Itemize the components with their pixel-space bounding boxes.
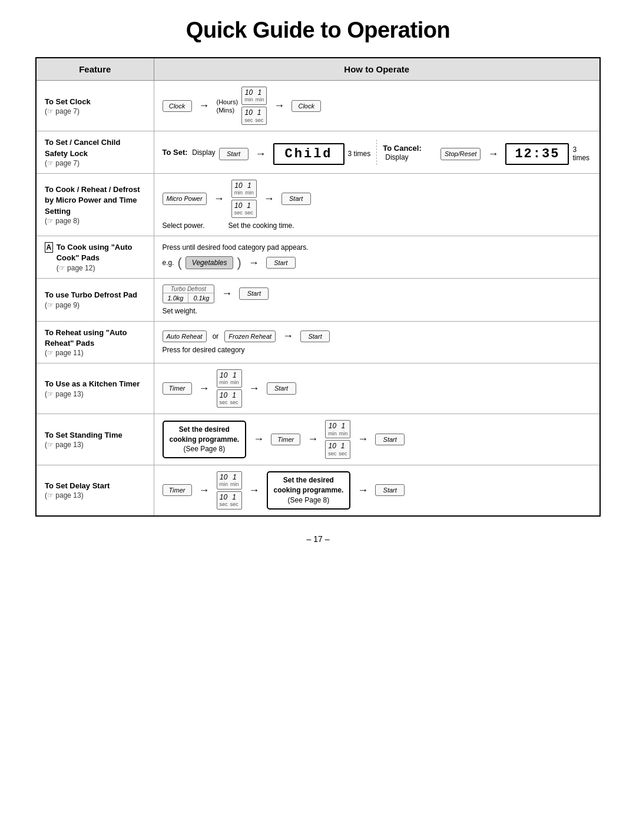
start-btn: Start bbox=[266, 257, 296, 269]
feature-title-delay: To Set Delay Start bbox=[45, 481, 145, 491]
page-footer: – 17 – bbox=[35, 534, 601, 544]
select-power-label: Select power. bbox=[163, 221, 205, 230]
table-row: To use Turbo Defrost Pad (☞ page 9) Turb… bbox=[36, 278, 600, 321]
btn-01kg: 0.1kg bbox=[188, 293, 214, 303]
stop-reset-btn: Stop/Reset bbox=[440, 148, 481, 160]
standing-box: Set the desired cooking programme. (See … bbox=[163, 421, 247, 458]
table-row: To Reheat using "Auto Reheat" Pads (☞ pa… bbox=[36, 321, 600, 363]
hours-label: (Hours) bbox=[217, 98, 238, 105]
auto-cook-icon: A bbox=[45, 242, 53, 253]
table-row: To Set Clock (☞ page 7) Clock → (Hours) … bbox=[36, 81, 600, 131]
veg-btn: Vegetables bbox=[186, 256, 234, 269]
num-10-sec-label: sec bbox=[244, 117, 253, 124]
set-time-label: Set the cooking time. bbox=[228, 221, 294, 230]
arrow-icon: → bbox=[307, 433, 318, 445]
arrow-icon: → bbox=[283, 330, 293, 342]
feature-page-cook: (☞ page 8) bbox=[45, 217, 145, 225]
arrow-icon: → bbox=[199, 382, 210, 395]
timer-btn-delay: Timer bbox=[163, 484, 192, 496]
arrow-icon: → bbox=[253, 433, 264, 445]
arrow-icon: → bbox=[488, 148, 498, 160]
arrow-icon: → bbox=[264, 193, 274, 205]
start-btn: Start bbox=[375, 434, 405, 445]
standing-box-delay: Set the desired cooking programme. (See … bbox=[267, 471, 351, 509]
child-display: Child bbox=[273, 143, 344, 165]
timer-btn: Timer bbox=[163, 382, 192, 394]
page-title: Quick Guide to Operation bbox=[35, 18, 601, 43]
start-btn: Start bbox=[267, 382, 296, 394]
standing-line1: Set the desired bbox=[179, 425, 230, 434]
delay-standing-line3: (See Page 8) bbox=[288, 496, 330, 504]
num-1-sec: 1 bbox=[255, 108, 263, 117]
num-1-min: 1 bbox=[256, 88, 264, 97]
eg-label: e.g. bbox=[163, 259, 174, 267]
arrow-icon: → bbox=[357, 433, 368, 445]
timer-btn: Timer bbox=[271, 434, 300, 445]
start-btn: Start bbox=[281, 193, 311, 204]
operation-table: Feature How to Operate To Set Clock (☞ p… bbox=[35, 57, 601, 517]
arrow-icon: → bbox=[214, 193, 224, 205]
arrow-icon: → bbox=[199, 484, 210, 497]
num-10-sec: 10 bbox=[244, 108, 253, 117]
num-1-min-label: min bbox=[256, 97, 264, 103]
arrow-icon: → bbox=[249, 484, 260, 497]
start-btn-child: Start bbox=[219, 148, 249, 160]
start-btn: Start bbox=[375, 484, 405, 496]
feature-title-child: To Set / Cancel Child Safety Lock bbox=[45, 137, 145, 158]
feature-title-turbo: To use Turbo Defrost Pad bbox=[45, 290, 145, 300]
press-label: Press until desired food category pad ap… bbox=[163, 243, 592, 252]
delay-standing-line1: Set the desired bbox=[283, 476, 334, 484]
clock-btn: Clock bbox=[163, 100, 192, 112]
paren-left: ( bbox=[178, 255, 182, 270]
feature-title-autocook: To Cook using "Auto Cook" Pads bbox=[57, 242, 145, 263]
table-row: To Set Standing Time (☞ page 13) Set the… bbox=[36, 414, 600, 465]
or-label: or bbox=[213, 332, 219, 340]
table-row: A To Cook using "Auto Cook" Pads (☞ page… bbox=[36, 236, 600, 278]
set-weight-label: Set weight. bbox=[163, 307, 592, 315]
feature-title-standing: To Set Standing Time bbox=[45, 430, 145, 441]
feature-page-autocook: (☞ page 12) bbox=[57, 264, 145, 272]
table-row: To Set Delay Start (☞ page 13) Timer → 1… bbox=[36, 465, 600, 516]
arrow-icon: → bbox=[357, 484, 368, 497]
col-operate-header: How to Operate bbox=[154, 58, 600, 81]
arrow-icon-2: → bbox=[274, 100, 284, 112]
start-btn: Start bbox=[239, 287, 269, 299]
to-cancel-label: To Cancel: bbox=[383, 144, 422, 153]
feature-title-timer: To Use as a Kitchen Timer bbox=[45, 379, 145, 389]
table-row: To Cook / Reheat / Defrost by Micro Powe… bbox=[36, 173, 600, 236]
arrow-icon: → bbox=[256, 148, 266, 160]
arrow-icon: → bbox=[199, 100, 210, 112]
start-btn: Start bbox=[300, 330, 330, 342]
micro-power-btn: Micro Power bbox=[163, 193, 207, 204]
auto-reheat-btn: Auto Reheat bbox=[163, 330, 207, 342]
display-set-label: Display bbox=[192, 148, 215, 157]
paren-right: ) bbox=[237, 255, 241, 270]
frozen-reheat-btn: Frozen Reheat bbox=[224, 330, 276, 342]
standing-line3: (See Page 8) bbox=[183, 445, 225, 453]
feature-page-delay: (☞ page 13) bbox=[45, 491, 145, 500]
feature-page-turbo: (☞ page 9) bbox=[45, 301, 145, 309]
num-10-min-label: min bbox=[244, 97, 253, 103]
delay-standing-line2: cooking programme. bbox=[274, 486, 344, 494]
col-feature-header: Feature bbox=[36, 58, 154, 81]
display-cancel-label: Display bbox=[385, 153, 408, 161]
turbo-group: Turbo Defrost 1.0kg 0.1kg bbox=[163, 285, 215, 303]
times-cancel: 3 times bbox=[572, 145, 591, 162]
clock-display: 12:35 bbox=[505, 143, 569, 165]
num-1-sec-label: sec bbox=[255, 117, 263, 124]
num-1: 1 bbox=[245, 181, 254, 190]
feature-page-standing: (☞ page 13) bbox=[45, 441, 145, 449]
arrow-icon: → bbox=[221, 287, 232, 300]
turbo-label: Turbo Defrost bbox=[163, 285, 214, 293]
feature-page-timer: (☞ page 13) bbox=[45, 390, 145, 398]
feature-title-reheat: To Reheat using "Auto Reheat" Pads bbox=[45, 328, 145, 349]
standing-line2: cooking programme. bbox=[170, 435, 240, 444]
feature-title-clock: To Set Clock bbox=[45, 97, 145, 107]
feature-page-clock: (☞ page 7) bbox=[45, 107, 145, 115]
feature-page-reheat: (☞ page 11) bbox=[45, 349, 145, 357]
arrow-icon: → bbox=[249, 382, 260, 395]
to-set-label: To Set: bbox=[163, 148, 188, 157]
feature-title-cook: To Cook / Reheat / Defrost by Micro Powe… bbox=[45, 184, 145, 217]
clock-btn-2: Clock bbox=[292, 100, 321, 112]
table-row: To Use as a Kitchen Timer (☞ page 13) Ti… bbox=[36, 363, 600, 414]
